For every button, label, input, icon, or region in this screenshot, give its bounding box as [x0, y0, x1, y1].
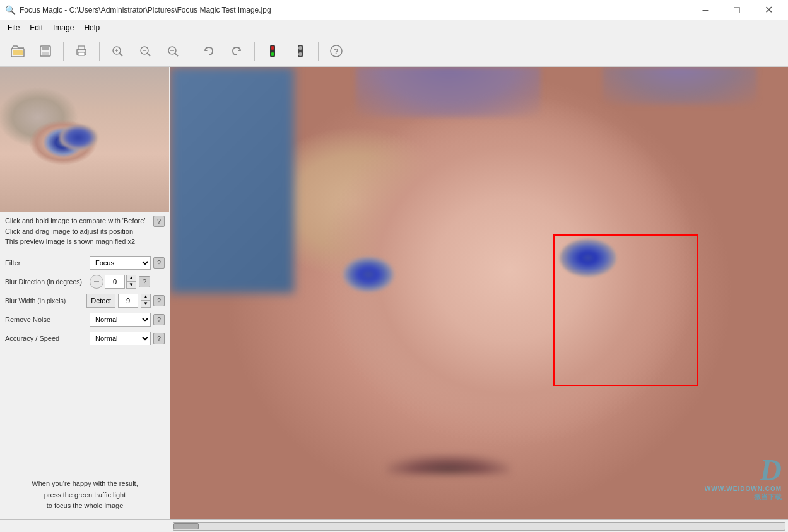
redo-button[interactable] [224, 38, 249, 64]
filter-label: Filter [5, 259, 87, 267]
blur-direction-input-group: ▲ ▼ [90, 275, 136, 289]
zoom-fit-icon [167, 45, 179, 57]
undo-button[interactable] [196, 38, 221, 64]
blue-bg-left [170, 67, 294, 293]
preview-image[interactable] [0, 67, 169, 212]
blur-width-spinners: ▲ ▼ [141, 294, 151, 308]
blur-direction-spinners: ▲ ▼ [126, 275, 136, 289]
blur-direction-input[interactable] [105, 275, 125, 289]
print-button[interactable] [69, 38, 94, 64]
save-button[interactable] [33, 38, 58, 64]
svg-point-24 [298, 46, 302, 50]
minimize-button[interactable]: – [691, 0, 720, 20]
blur-direction-down[interactable]: ▼ [127, 282, 136, 288]
menu-help[interactable]: Help [79, 22, 105, 33]
filter-row: Filter Focus Motion Blur Out of Focus ? [5, 256, 165, 270]
svg-rect-3 [42, 46, 49, 50]
help-button[interactable]: ? [324, 38, 349, 64]
info-line-1: Click and hold image to compare with 'Be… [5, 216, 165, 226]
filter-select[interactable]: Focus Motion Blur Out of Focus [90, 256, 151, 270]
accuracy-row: Accuracy / Speed Low Normal High ? [5, 332, 165, 345]
blur-width-input[interactable] [118, 294, 138, 308]
svg-text:?: ? [334, 47, 339, 56]
svg-line-16 [175, 53, 178, 56]
watermark: D WWW.WEIDOWN.COM 微当下载 [705, 455, 782, 502]
controls-area: Filter Focus Motion Blur Out of Focus ? … [0, 251, 170, 471]
info-line-3: This preview image is shown magnified x2 [5, 236, 165, 247]
direction-circle[interactable] [90, 275, 103, 289]
svg-point-25 [298, 52, 302, 56]
app-icon: 🔍 [5, 5, 16, 15]
accuracy-label: Accuracy / Speed [5, 335, 87, 342]
mouth-area [387, 455, 510, 474]
menu-image[interactable]: Image [48, 22, 79, 33]
scrollbar-area [0, 519, 788, 532]
remove-noise-select[interactable]: None Low Normal High [90, 313, 151, 327]
toolbar-sep-1 [63, 42, 64, 61]
scrollbar-thumb[interactable] [173, 523, 199, 529]
main-layout: ? Click and hold image to compare with '… [0, 67, 788, 519]
blur-width-up[interactable]: ▲ [141, 294, 150, 301]
svg-point-21 [271, 46, 274, 50]
blur-width-row: Blur Width (in pixels) Detect ▲ ▼ ? [5, 294, 165, 308]
hair-top [356, 67, 541, 117]
svg-line-11 [119, 53, 122, 56]
zoom-out-button[interactable] [132, 38, 158, 64]
save-icon [39, 45, 52, 57]
zoom-in-icon [111, 45, 124, 57]
blur-width-help[interactable]: ? [153, 295, 165, 306]
menubar: File Edit Image Help [0, 20, 788, 35]
svg-line-14 [147, 53, 150, 56]
right-panel[interactable]: D WWW.WEIDOWN.COM 微当下载 [170, 67, 788, 519]
hint-line-2: press the green traffic light [5, 490, 165, 501]
menu-file[interactable]: File [3, 22, 25, 33]
accuracy-help[interactable]: ? [153, 333, 165, 344]
remove-noise-help[interactable]: ? [153, 314, 165, 325]
apply-button[interactable] [260, 38, 285, 64]
svg-rect-7 [78, 52, 85, 55]
toolbar-sep-2 [99, 42, 100, 61]
toolbar-sep-4 [254, 42, 255, 61]
baby-eye-right [560, 239, 616, 277]
traffic-light-icon [266, 44, 279, 58]
close-button[interactable]: ✕ [754, 0, 783, 20]
zoom-fit-button[interactable] [160, 38, 185, 64]
titlebar-controls: – □ ✕ [691, 0, 783, 20]
filter-help-button[interactable]: ? [153, 257, 165, 269]
detect-button[interactable]: Detect [86, 294, 115, 308]
watermark-logo: D [760, 455, 782, 485]
remove-noise-label: Remove Noise [5, 316, 87, 323]
toolbar-sep-5 [318, 42, 319, 61]
horizontal-scrollbar[interactable] [173, 522, 785, 531]
main-image[interactable]: D WWW.WEIDOWN.COM 微当下载 [170, 67, 788, 519]
stop-icon [293, 44, 307, 58]
blur-width-down[interactable]: ▼ [141, 301, 150, 307]
remove-noise-row: Remove Noise None Low Normal High ? [5, 313, 165, 327]
toolbar-sep-3 [191, 42, 191, 61]
blur-width-label: Blur Width (in pixels) [5, 297, 84, 304]
blur-direction-up[interactable]: ▲ [127, 275, 136, 282]
undo-icon [203, 45, 215, 57]
watermark-cn: 微当下载 [754, 492, 782, 502]
open-button[interactable] [5, 38, 30, 64]
zoom-in-button[interactable] [105, 38, 130, 64]
help-icon: ? [329, 44, 343, 58]
svg-rect-1 [13, 50, 23, 55]
left-panel: ? Click and hold image to compare with '… [0, 67, 170, 519]
redo-icon [230, 45, 243, 57]
zoom-out-icon [139, 45, 151, 57]
accuracy-select[interactable]: Low Normal High [90, 332, 151, 345]
blur-direction-help[interactable]: ? [139, 276, 150, 287]
titlebar: 🔍 Focus Magic - C:\Users\Administrator\P… [0, 0, 788, 20]
svg-rect-4 [42, 52, 49, 55]
maximize-button[interactable]: □ [722, 0, 751, 20]
preview-eye-detail [59, 125, 97, 150]
info-help-button[interactable]: ? [153, 216, 165, 227]
bottom-hint: When you're happy with the result, press… [0, 471, 170, 519]
preview-area[interactable] [0, 67, 169, 212]
window-title: Focus Magic - C:\Users\Administrator\Pic… [20, 6, 783, 14]
blur-direction-label: Blur Direction (in degrees) [5, 278, 87, 286]
menu-edit[interactable]: Edit [25, 22, 48, 33]
hair-top-right [603, 67, 757, 105]
stop-button[interactable] [288, 38, 313, 64]
